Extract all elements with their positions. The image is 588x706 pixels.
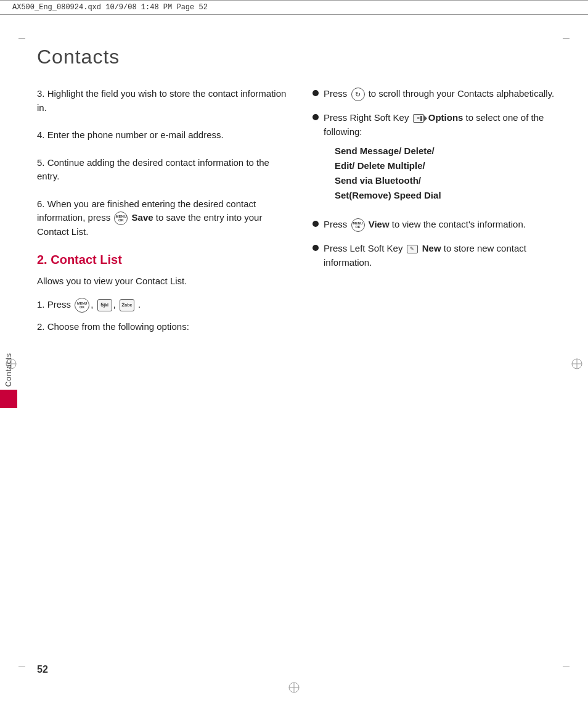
corner-mark-tr: — — [563, 34, 570, 41]
corner-mark-tl: — — [18, 34, 25, 41]
header-text: AX500_Eng_080924.qxd 10/9/08 1:48 PM Pag… — [12, 3, 208, 12]
page-title: Contacts — [37, 46, 563, 68]
bullet-item-1: Press ↻ to scroll through your Contacts … — [312, 87, 563, 101]
bullet-item-3: Press MENU OK View to view the contact's… — [312, 218, 563, 232]
item3-text: 3. Highlight the field you wish to store… — [37, 88, 286, 113]
left-column: 3. Highlight the field you wish to store… — [37, 87, 288, 342]
key-5jkl-icon: 5jkl — [97, 299, 112, 311]
main-content: Contacts 3. Highlight the field you wish… — [37, 21, 563, 342]
right-soft-key-icon: ≡ — [413, 114, 424, 123]
new-label: New — [422, 243, 441, 253]
section-2-desc: Allows you to view your Contact List. — [37, 274, 288, 289]
section2-item1: 1. Press MENU OK , 5jkl, 2abc . — [37, 298, 288, 313]
bullet-dot-4 — [312, 245, 319, 251]
section-2-title: 2. Contact List — [37, 253, 288, 267]
section-2: 2. Contact List Allows you to view your … — [37, 253, 288, 334]
menu-ok-icon-item6: MENU OK — [114, 211, 128, 225]
key-2abc-icon: 2abc — [120, 299, 134, 311]
item4-text: 4. Enter the phone number or e-mail addr… — [37, 129, 224, 140]
reg-mark-right — [571, 358, 583, 370]
bullet-item-2: Press Right Soft Key ≡ Options to select… — [312, 111, 563, 208]
list-item-4: 4. Enter the phone number or e-mail addr… — [37, 128, 288, 142]
item5-text: 5. Continue adding the desired contact i… — [37, 157, 269, 182]
list-item-3: 3. Highlight the field you wish to store… — [37, 87, 288, 115]
bullet-3-content: Press MENU OK View to view the contact's… — [324, 218, 526, 232]
menu-ok-icon-view: MENU OK — [351, 218, 365, 232]
side-tab: Contacts — [0, 345, 17, 413]
bullet-4-content: Press Left Soft Key ✎ New to store new c… — [324, 242, 563, 269]
corner-mark-br: — — [563, 662, 570, 669]
reg-mark-bottom — [288, 681, 300, 694]
left-soft-key-icon: ✎ — [407, 245, 418, 253]
right-column: Press ↻ to scroll through your Contacts … — [312, 87, 563, 342]
options-block: Send Message/ Delete/Edit/ Delete Multip… — [335, 144, 563, 203]
side-tab-label: Contacts — [4, 350, 13, 389]
two-column-layout: 3. Highlight the field you wish to store… — [37, 87, 563, 342]
side-tab-red-bar — [0, 390, 17, 408]
corner-mark-bl: — — [18, 662, 25, 669]
header-bar: AX500_Eng_080924.qxd 10/9/08 1:48 PM Pag… — [0, 0, 588, 15]
view-label: View — [369, 219, 390, 229]
bullet-2-content: Press Right Soft Key ≡ Options to select… — [324, 111, 563, 208]
page-number: 52 — [37, 664, 48, 675]
item6-text: 6. When you are finished entering the de… — [37, 199, 262, 237]
menu-ok-icon-s2: MENU OK — [75, 298, 89, 313]
list-item-6: 6. When you are finished entering the de… — [37, 197, 288, 239]
scroll-icon: ↻ — [351, 88, 365, 101]
bullet-dot-3 — [312, 221, 319, 227]
page-wrapper: AX500_Eng_080924.qxd 10/9/08 1:48 PM Pag… — [0, 0, 588, 706]
bullet-dot-2 — [312, 114, 319, 120]
bullet-list: Press ↻ to scroll through your Contacts … — [312, 87, 563, 269]
save-label: Save — [132, 212, 153, 223]
bullet-1-content: Press ↻ to scroll through your Contacts … — [324, 87, 554, 101]
bullet-dot-1 — [312, 90, 319, 96]
section2-item2: 2. Choose from the following options: — [37, 320, 288, 334]
list-item-5: 5. Continue adding the desired contact i… — [37, 156, 288, 184]
bullet-item-4: Press Left Soft Key ✎ New to store new c… — [312, 242, 563, 269]
options-label: Options — [428, 112, 463, 123]
